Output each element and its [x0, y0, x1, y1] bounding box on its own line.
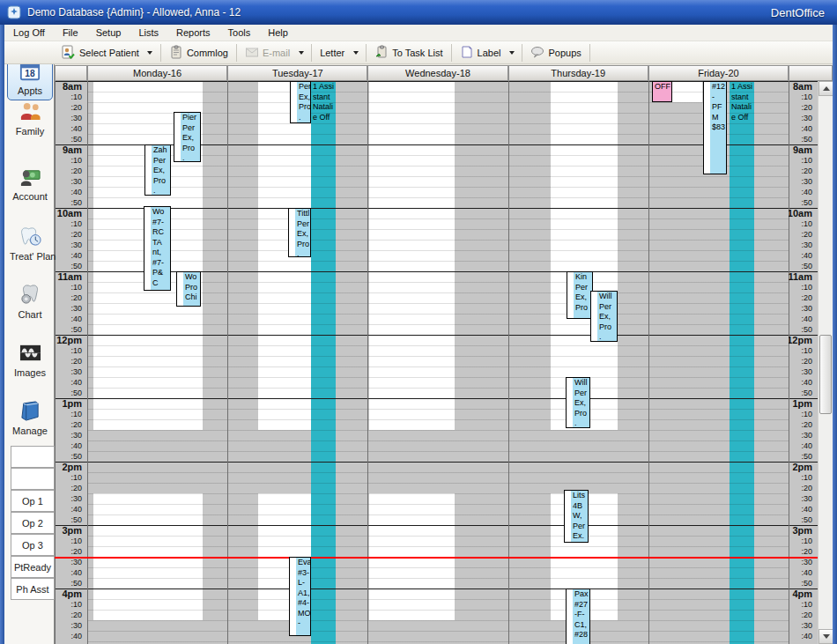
window-border-left — [0, 25, 4, 644]
sidebar-item-images[interactable]: Images — [10, 342, 50, 378]
label-dropdown[interactable] — [505, 43, 518, 63]
time-label-minute: :40 — [55, 123, 85, 134]
time-label-hour: 11am — [789, 271, 815, 282]
time-label-minute: :20 — [55, 483, 85, 493]
select-patient-button[interactable]: Select Patient — [57, 43, 144, 63]
view-button-ptready[interactable]: PtReady — [11, 556, 55, 578]
time-label-minute: :50 — [789, 324, 815, 335]
appointment-block[interactable]: Lits 4B W, Per Ex. — [564, 490, 589, 543]
clipboard-icon — [169, 45, 187, 61]
sidebar-item-account[interactable]: Account — [10, 166, 50, 202]
arrow-down-icon — [823, 634, 830, 639]
view-button-op-3[interactable]: Op 3 — [11, 534, 55, 556]
select-patient-dropdown[interactable] — [144, 43, 157, 63]
sidebar-item-family[interactable]: Family — [10, 100, 50, 137]
time-label-minute: :10 — [55, 218, 85, 229]
time-label-minute: :50 — [55, 578, 85, 588]
time-label-minute: :10 — [789, 218, 815, 229]
time-label-minute: :40 — [55, 187, 85, 197]
appointment-block[interactable]: Eva #3- L- A1, #4- MO - — [289, 557, 311, 636]
sidebar-item-chart[interactable]: Chart — [10, 284, 50, 320]
appointment-block[interactable]: Will Per Ex, Pro . — [590, 291, 618, 342]
menu-item-tools[interactable]: Tools — [219, 26, 260, 40]
select-patient-label: Select Patient — [79, 48, 139, 58]
appointment-block[interactable]: Wo #7- RC TA nt, #7- P& C — [144, 206, 171, 291]
menu-item-reports[interactable]: Reports — [167, 26, 219, 40]
view-button-blank-1[interactable] — [11, 468, 55, 490]
window-border-right — [833, 25, 837, 644]
time-label-hour: 10am — [55, 208, 85, 218]
time-label-minute: :30 — [789, 620, 815, 631]
view-button-blank-0[interactable] — [11, 446, 55, 468]
vertical-scrollbar[interactable] — [818, 81, 833, 644]
time-label-minute: :20 — [789, 419, 815, 430]
menu-item-help[interactable]: Help — [259, 26, 297, 40]
blockout-bar[interactable]: 1 Assistant Natalie Off — [730, 81, 754, 644]
time-label-minute: :30 — [789, 176, 815, 187]
time-column-header-left — [55, 65, 87, 81]
off-blockout[interactable]: OFF — [652, 81, 672, 102]
time-column-right: 8am:10:20:30:40:509am:10:20:30:40:5010am… — [789, 81, 818, 644]
popups-button[interactable]: Popups — [526, 43, 585, 63]
time-label-minute: :50 — [55, 451, 85, 462]
appointment-block[interactable]: Wo Pro Chi — [176, 271, 201, 307]
appointment-block[interactable]: Kin Per Ex, Pro . — [567, 271, 593, 319]
appointment-block[interactable]: Per Ex, Pro . — [290, 81, 311, 123]
time-label-minute: :10 — [789, 536, 815, 546]
chevron-down-icon — [299, 51, 304, 55]
sidebar-item-label: Treat' Plan — [10, 251, 50, 262]
view-button-ph-asst[interactable]: Ph Asst — [11, 578, 55, 600]
view-button-op-1[interactable]: Op 1 — [11, 490, 55, 512]
scroll-down-button[interactable] — [818, 629, 833, 644]
day-header-wednesday-18: Wednesday-18 — [367, 65, 507, 81]
time-label-minute: :50 — [789, 134, 815, 144]
appointment-block[interactable]: Will Per Ex, Pro . — [566, 377, 590, 428]
appointment-block[interactable]: Pier Per Ex, Pro . — [174, 112, 201, 162]
time-label-minute: :20 — [789, 292, 815, 303]
e-mail-button[interactable]: E-mail — [241, 43, 294, 63]
account-icon — [19, 166, 42, 189]
to-task-list-button[interactable]: To Task List — [370, 43, 447, 63]
time-label-minute: :40 — [55, 631, 85, 641]
time-label-minute: :20 — [55, 102, 85, 113]
time-label-minute: :10 — [789, 282, 815, 292]
time-label-minute: :10 — [789, 155, 815, 166]
e-mail-dropdown[interactable] — [294, 43, 307, 63]
appointment-block[interactable]: Tittl Per Ex, Pro . — [288, 208, 311, 257]
time-label-minute: :30 — [789, 557, 815, 567]
time-label-minute: :30 — [55, 430, 85, 440]
time-label-minute: :40 — [55, 377, 85, 388]
sidebar-item-manage[interactable]: Manage — [10, 400, 50, 436]
day-header-friday-20: Friday-20 — [648, 65, 789, 81]
commlog-button[interactable]: Commlog — [165, 43, 233, 63]
time-label-minute: :20 — [55, 610, 85, 620]
time-label-hour: 9am — [55, 144, 85, 155]
time-label-minute: :30 — [55, 113, 85, 123]
letter-dropdown[interactable] — [349, 43, 362, 63]
time-label-hour: 1pm — [55, 398, 85, 409]
letter-button[interactable]: Letter — [315, 43, 349, 63]
time-label-minute: :40 — [789, 377, 815, 388]
menu-item-file[interactable]: File — [54, 26, 87, 40]
time-label-minute: :10 — [55, 155, 85, 166]
time-label-minute: :10 — [55, 409, 85, 419]
sidebar-item-treat-plan[interactable]: Treat' Plan — [10, 226, 50, 262]
scroll-up-button[interactable] — [818, 81, 833, 96]
time-label-minute: :50 — [55, 324, 85, 335]
app-icon — [7, 5, 21, 19]
menu-item-setup[interactable]: Setup — [87, 26, 130, 40]
appointment-block[interactable]: #12 - PF M $83 — [703, 81, 727, 174]
label-button[interactable]: Label — [456, 43, 506, 63]
appointment-block[interactable]: Pax #27 -F- C1, #28 — [566, 588, 590, 644]
time-label-minute: :20 — [55, 419, 85, 430]
menu-item-log-off[interactable]: Log Off — [4, 26, 54, 40]
menu-item-lists[interactable]: Lists — [130, 26, 167, 40]
time-label-minute: :20 — [55, 356, 85, 366]
view-button-op-2[interactable]: Op 2 — [11, 512, 55, 534]
time-label-minute: :30 — [55, 303, 85, 314]
time-label-hour: 4pm — [789, 588, 815, 599]
scrollbar-thumb[interactable] — [819, 335, 832, 414]
blockout-bar[interactable]: 1 Assistant Natalie Off — [311, 81, 336, 644]
appointment-block[interactable]: Zah Per Ex, Pro . — [144, 144, 171, 196]
time-label-minute: :50 — [55, 261, 85, 271]
